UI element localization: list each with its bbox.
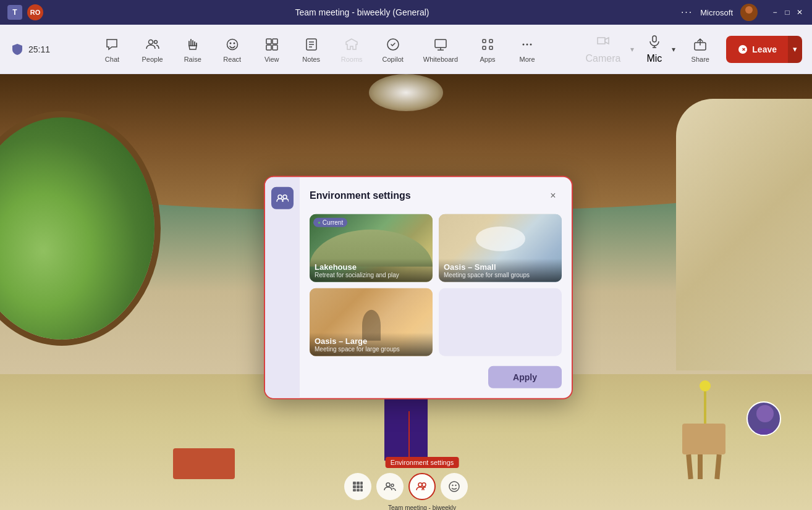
title-more-icon[interactable]: ··· <box>681 7 693 18</box>
svg-point-46 <box>449 482 459 491</box>
modal-footer: Apply <box>310 366 562 388</box>
whiteboard-icon <box>432 36 449 53</box>
main-content: Environment settings × Current Lakehouse… <box>0 74 812 510</box>
people-button[interactable]: People <box>133 32 171 67</box>
shield-icon <box>10 42 25 57</box>
rooms-icon <box>343 36 360 53</box>
svg-rect-41 <box>360 489 363 491</box>
leave-button[interactable]: Leave <box>726 36 788 63</box>
chat-icon <box>103 36 121 53</box>
chat-button[interactable]: Chat <box>93 32 130 67</box>
minimize-button[interactable]: − <box>770 7 780 17</box>
emoji-button[interactable] <box>441 473 468 500</box>
copilot-button[interactable]: Copilot <box>374 32 412 67</box>
microsoft-label: Microsoft <box>700 8 733 17</box>
raise-label: Raise <box>184 56 201 63</box>
svg-point-42 <box>386 483 390 487</box>
whiteboard-button[interactable]: Whiteboard <box>415 32 467 67</box>
svg-point-43 <box>391 484 394 487</box>
mic-chevron[interactable]: ▾ <box>668 41 679 57</box>
svg-point-1 <box>743 15 755 21</box>
lakehouse-name: Lakehouse <box>315 262 428 272</box>
notes-button[interactable]: Notes <box>293 32 330 67</box>
svg-rect-15 <box>435 40 446 48</box>
bottom-toolbar: Environment settings Team meeting - biwe… <box>344 473 468 500</box>
close-button[interactable]: ✕ <box>795 7 805 17</box>
meeting-name-label: Team meeting - biweekly <box>388 504 456 510</box>
svg-point-0 <box>745 6 753 14</box>
camera-button[interactable]: Camera <box>580 30 627 68</box>
svg-point-32 <box>283 195 287 199</box>
share-button[interactable]: Share <box>682 32 719 67</box>
svg-rect-10 <box>273 45 277 50</box>
connector-line <box>408 411 410 461</box>
maximize-button[interactable]: □ <box>782 7 792 17</box>
share-icon <box>691 36 709 53</box>
env-card-oasis-small[interactable]: Oasis – Small Meeting space for small gr… <box>439 214 562 282</box>
window-title: Team meeting - biweekly (General) <box>43 7 681 17</box>
svg-rect-38 <box>360 485 363 488</box>
react-icon <box>224 36 241 53</box>
svg-point-23 <box>527 43 528 45</box>
more-icon <box>518 36 536 53</box>
svg-rect-19 <box>489 40 493 43</box>
rooms-button: Rooms <box>332 32 371 67</box>
view-button[interactable]: View <box>253 32 290 67</box>
environment-settings-button[interactable]: Environment settings Team meeting - biwe… <box>408 473 436 500</box>
svg-rect-34 <box>357 482 360 485</box>
camera-label: Camera <box>586 53 621 64</box>
svg-rect-40 <box>357 489 360 491</box>
react-label: React <box>223 56 241 63</box>
env-card-lakehouse[interactable]: Current Lakehouse Retreat for socializin… <box>310 214 433 282</box>
mic-button[interactable]: Mic <box>640 31 668 68</box>
emote-people-button[interactable] <box>376 473 404 500</box>
room-arch-right <box>676 99 812 370</box>
svg-rect-33 <box>353 482 356 485</box>
more-button[interactable]: More <box>509 32 546 67</box>
modal-close-button[interactable]: × <box>544 187 562 204</box>
modal-sidebar-icon <box>271 187 294 209</box>
svg-rect-37 <box>357 485 360 488</box>
title-bar-right: ··· Microsoft − □ ✕ <box>681 4 805 21</box>
copilot-label: Copilot <box>383 56 404 63</box>
svg-rect-8 <box>273 39 277 44</box>
lakehouse-desc: Retreat for socializing and play <box>315 272 428 278</box>
timer-display: 25:11 <box>28 44 50 54</box>
apply-button[interactable]: Apply <box>488 366 562 388</box>
title-bar: T RO Team meeting - biweekly (General) ·… <box>0 0 812 25</box>
raise-icon <box>184 36 201 53</box>
meeting-timer: 25:11 <box>10 42 50 57</box>
user-avatar-badge: RO <box>27 4 43 20</box>
svg-rect-39 <box>353 489 356 491</box>
svg-rect-36 <box>353 485 356 488</box>
env-card-oasis-large[interactable]: Oasis – Large Meeting space for large gr… <box>310 288 433 356</box>
svg-point-2 <box>148 40 153 44</box>
meeting-toolbar: 25:11 Chat People Raise <box>0 25 812 74</box>
apps-label: Apps <box>480 56 496 63</box>
teams-logo-icon: T <box>7 5 22 20</box>
rooms-label: Rooms <box>341 56 363 63</box>
apps-button[interactable]: Apps <box>469 32 506 67</box>
side-table <box>682 424 725 454</box>
raise-button[interactable]: Raise <box>174 32 211 67</box>
room-bench <box>173 448 235 479</box>
leave-group: Leave ▾ <box>726 36 802 63</box>
oasis-small-overlay: Oasis – Small Meeting space for small gr… <box>439 259 562 282</box>
oasis-large-desc: Meeting space for large groups <box>315 346 428 353</box>
leave-label: Leave <box>752 44 777 54</box>
camera-group: Camera ▾ <box>580 30 638 68</box>
apps-icon <box>479 36 496 53</box>
grid-view-button[interactable] <box>344 473 371 500</box>
react-button[interactable]: React <box>214 32 251 67</box>
leave-chevron[interactable]: ▾ <box>788 36 802 63</box>
ceiling-light <box>369 74 443 111</box>
oasis-small-name: Oasis – Small <box>444 262 557 272</box>
oasis-large-name: Oasis – Large <box>315 337 428 346</box>
env-settings-tooltip: Environment settings <box>386 457 459 468</box>
svg-point-22 <box>523 43 525 45</box>
modal-title: Environment settings <box>310 190 411 201</box>
svg-point-48 <box>455 485 456 486</box>
camera-chevron[interactable]: ▾ <box>627 41 638 57</box>
user-profile-avatar[interactable] <box>740 4 758 21</box>
svg-rect-25 <box>653 36 656 42</box>
